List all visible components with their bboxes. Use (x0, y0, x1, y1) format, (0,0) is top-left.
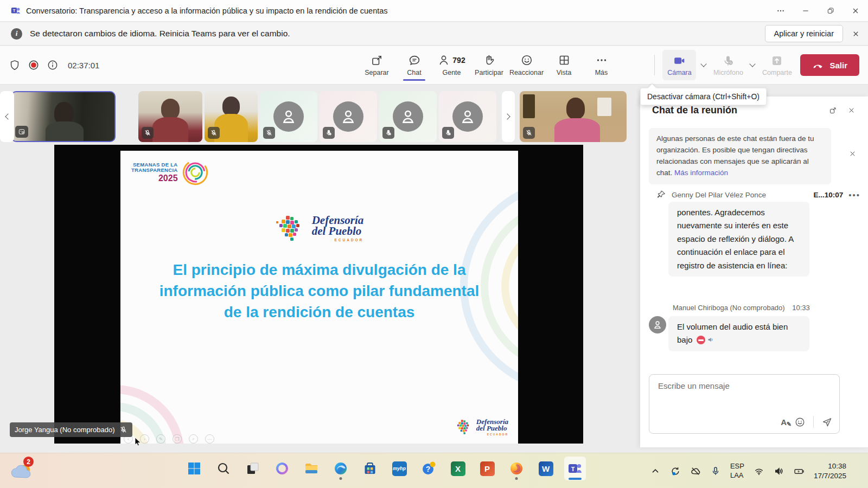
weather-widget[interactable]: 2 (9, 459, 35, 483)
wifi-icon[interactable] (754, 466, 764, 477)
more-controls-button[interactable]: ⋯ (205, 434, 214, 444)
language-indicator[interactable]: ESP LAA (730, 462, 744, 480)
file-explorer-button[interactable] (301, 457, 322, 480)
banner-close-icon[interactable] (843, 30, 868, 38)
copilot-button[interactable] (271, 457, 293, 480)
share-button[interactable]: Comparte (760, 50, 794, 80)
chat-popout-icon[interactable] (824, 101, 842, 119)
zoom-button[interactable]: ⌕ (189, 434, 198, 444)
pinned-author: Genny Del Pilar Vélez Ponce (672, 191, 766, 199)
close-button[interactable] (843, 0, 868, 21)
more-button[interactable]: Más (583, 46, 620, 84)
participant-count: 792 (452, 56, 465, 65)
chat-button[interactable]: Chat (395, 46, 433, 84)
view-button[interactable]: Vista (545, 46, 583, 84)
task-view-button[interactable] (242, 457, 264, 480)
mic-options-chevron[interactable] (747, 54, 758, 76)
window-menu-button[interactable] (768, 0, 793, 21)
active-indicator (569, 478, 582, 480)
emoji-icon[interactable] (794, 416, 806, 428)
video-effects-icon[interactable] (15, 126, 28, 138)
notice-close-icon[interactable] (843, 144, 861, 163)
chat-close-icon[interactable] (842, 101, 860, 119)
composer-divider (813, 416, 814, 428)
avatar (393, 101, 423, 132)
meeting-toolbar: 02:37:01 Separar Chat 792 Gente Particip… (0, 46, 868, 85)
no-entry-emoji (697, 336, 705, 344)
message-options-icon[interactable]: ••• (848, 190, 860, 200)
onedrive-paused-icon[interactable] (690, 466, 701, 477)
edge-button[interactable] (330, 457, 352, 480)
minimize-button[interactable] (793, 0, 818, 21)
participant-thumbnail[interactable] (205, 91, 258, 142)
pinned-message-header[interactable]: Genny Del Pilar Vélez Ponce E...10:07 ••… (656, 188, 860, 202)
participant-thumbnail[interactable] (138, 91, 202, 142)
update-sync-icon[interactable] (670, 466, 681, 477)
recording-indicator-icon[interactable] (28, 59, 40, 71)
apply-restart-button[interactable]: Aplicar y reiniciar (765, 25, 843, 42)
strip-scroll-left-button[interactable] (0, 91, 14, 142)
windows-taskbar: 2 myhp ? X P W T ESP LAA (0, 453, 868, 488)
raise-hand-button[interactable]: Participar (470, 46, 508, 84)
avatar (333, 101, 363, 132)
message-input[interactable] (658, 381, 831, 390)
participant-thumbnail[interactable] (320, 91, 377, 142)
tray-mic-icon[interactable] (710, 466, 721, 477)
meeting-timer: 02:37:01 (68, 61, 99, 70)
message-time: 10:33 (792, 304, 810, 312)
avatar (273, 101, 304, 132)
participant-thumbnail[interactable] (439, 91, 496, 142)
tray-time: 10:38 (814, 461, 846, 471)
annotate-button[interactable]: ✎ (156, 434, 165, 444)
shared-content-stage: SEMANAS DE LA TRANSPARENCIA 2025 (54, 145, 583, 444)
teams-button[interactable]: T (564, 457, 586, 480)
restore-button[interactable] (818, 0, 843, 21)
people-button[interactable]: 792 Gente (433, 46, 470, 84)
teams-logo-icon: T (11, 6, 21, 16)
taskbar-apps: myhp ? X P W T (183, 457, 586, 480)
firefox-button[interactable] (506, 457, 527, 480)
chat-panel-title: Chat de la reunión (652, 105, 737, 116)
spotlight-video-thumbnail[interactable] (520, 91, 627, 142)
breakout-button[interactable]: Separar (358, 46, 395, 84)
notification-badge: 2 (23, 457, 34, 467)
camera-tooltip: Desactivar cámara (Ctrl+Shift+O) (640, 88, 767, 105)
wall-paper (597, 98, 611, 116)
microphone-button[interactable]: Micrófono (711, 50, 745, 80)
self-video-thumbnail[interactable] (11, 91, 116, 142)
camera-options-chevron[interactable] (698, 54, 709, 76)
more-info-link[interactable]: Más información (674, 169, 728, 177)
chat-bubble-icon (408, 54, 421, 67)
start-button[interactable] (183, 457, 205, 480)
people-icon (438, 54, 451, 67)
clock[interactable]: 10:38 17/7/2025 (814, 461, 846, 480)
participant-thumbnail[interactable] (379, 91, 437, 142)
send-icon[interactable] (821, 416, 833, 428)
react-button[interactable]: Reaccionar (508, 46, 545, 84)
tray-chevron-icon[interactable] (650, 466, 661, 477)
share-screen-icon (770, 54, 783, 67)
help-button[interactable]: ? (418, 457, 439, 480)
shield-icon[interactable] (9, 59, 21, 71)
word-button[interactable]: W (535, 457, 557, 480)
camera-button[interactable]: Cámara (662, 50, 696, 80)
mic-off-icon (208, 127, 220, 139)
battery-icon[interactable] (794, 466, 805, 477)
hang-up-icon (812, 59, 824, 71)
sync-view-button[interactable]: ❐ (173, 434, 182, 444)
store-button[interactable] (359, 457, 381, 480)
powerpoint-button[interactable]: P (476, 457, 498, 480)
title-bar: T Conversatorio: Transparencia y acceso … (0, 0, 868, 22)
volume-icon[interactable] (774, 466, 784, 477)
org-logo-map-icon (275, 215, 307, 243)
meeting-info-icon[interactable] (47, 59, 59, 71)
participant-thumbnail[interactable] (260, 91, 317, 142)
strip-scroll-right-button[interactable] (502, 91, 515, 142)
format-icon[interactable]: A✎ (781, 418, 787, 427)
excel-button[interactable]: X (447, 457, 469, 480)
more-dots-icon (595, 54, 608, 67)
leave-button[interactable]: Salir (800, 54, 859, 76)
myhp-button[interactable]: myhp (388, 457, 410, 480)
avatar (452, 101, 483, 132)
search-button[interactable] (213, 457, 234, 480)
